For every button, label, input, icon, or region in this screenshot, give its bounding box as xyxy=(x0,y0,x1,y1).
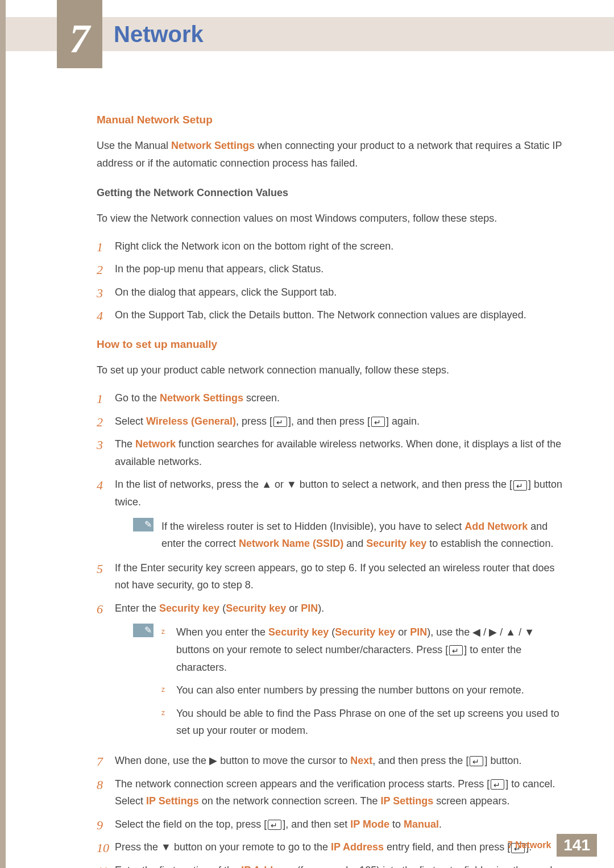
step-text: Right click the Network icon on the bott… xyxy=(115,240,393,252)
highlight: IP Mode xyxy=(350,819,389,830)
highlight: Security key xyxy=(335,626,395,638)
step-number: 1 xyxy=(97,388,103,409)
step-item: 8 The network connection screen appears … xyxy=(97,775,569,810)
text: button to select a network, and then pre… xyxy=(297,479,512,490)
arrow-icons: ◀ / ▶ / ▲ / ▼ xyxy=(472,626,534,638)
subheading-connection-values: Getting the Network Connection Values xyxy=(97,184,569,202)
step-number: 11 xyxy=(97,861,108,868)
note-text: When you enter the Security key (Securit… xyxy=(161,624,569,745)
step-number: 1 xyxy=(97,236,103,258)
chapter-number: 7 xyxy=(69,15,90,63)
step-item: 2 Select Wireless (General), press [], a… xyxy=(97,413,569,430)
highlight: Network Name (SSID) xyxy=(239,538,343,549)
step-number: 6 xyxy=(97,599,103,620)
text: buttons on your remote to select number/… xyxy=(176,644,448,655)
text: ], and then press [ xyxy=(288,416,370,427)
step-item: 6 Enter the Security key (Security key o… xyxy=(97,600,569,745)
text: ( xyxy=(329,626,335,638)
text: When you enter the xyxy=(176,626,268,638)
enter-icon xyxy=(513,480,527,491)
text: ( xyxy=(219,603,226,614)
text: The network connection screen appears an… xyxy=(115,778,489,790)
step-text: On the dialog that appears, click the Su… xyxy=(115,286,337,298)
highlight: IP Address xyxy=(241,865,294,868)
enter-icon xyxy=(273,417,287,427)
chapter-title: Network xyxy=(114,22,204,47)
step-item: 5 If the Enter security key screen appea… xyxy=(97,559,569,594)
page-footer: 7 Network 141 xyxy=(508,834,597,857)
text: ] again. xyxy=(386,416,420,427)
text: Select xyxy=(115,416,146,427)
text: In the list of networks, press the xyxy=(115,479,262,490)
text: When done, use the xyxy=(115,755,209,766)
step-number: 2 xyxy=(97,259,103,280)
text: function searches for available wireless… xyxy=(115,438,561,467)
step-number: 10 xyxy=(97,837,109,858)
enter-icon xyxy=(470,756,483,766)
text: screen appears. xyxy=(433,795,509,807)
text: ] button. xyxy=(484,755,521,766)
step-item: 11 Enter the first portion of the IP Add… xyxy=(97,862,569,868)
note-text: If the wireless router is set to Hidden … xyxy=(161,518,569,553)
text: , press [ xyxy=(236,416,272,427)
text: . xyxy=(439,819,442,830)
step-item: 9 Select the field on the top, press [],… xyxy=(97,816,569,833)
step-item: 4On the Support Tab, click the Details b… xyxy=(97,306,569,324)
step-number: 4 xyxy=(97,475,103,496)
bullet-item: When you enter the Security key (Securit… xyxy=(161,624,569,676)
left-accent-stripe xyxy=(0,0,6,868)
highlight: Add Network xyxy=(464,521,528,532)
highlight: Network xyxy=(135,438,176,450)
step-number: 7 xyxy=(97,751,103,772)
note-block: If the wireless router is set to Hidden … xyxy=(133,518,569,553)
step-text: If the Enter security key screen appears… xyxy=(115,562,554,591)
highlight: Security key xyxy=(366,538,426,549)
text: button on your remote to go to the xyxy=(171,841,331,853)
steps-list-manual: 1 Go to the Network Settings screen. 2 S… xyxy=(97,389,569,868)
note-bullets: When you enter the Security key (Securit… xyxy=(161,624,569,740)
text: button to move the cursor to xyxy=(217,755,350,766)
text: on the network connection screen. The xyxy=(199,795,381,807)
step-number: 9 xyxy=(97,815,103,836)
highlight: IP Settings xyxy=(381,795,434,807)
step-item: 1Right click the Network icon on the bot… xyxy=(97,238,569,255)
text: ], and then set xyxy=(283,819,350,830)
footer-page-number: 141 xyxy=(557,834,597,857)
enter-icon xyxy=(371,417,385,427)
note-icon xyxy=(133,518,154,531)
highlight: Security key xyxy=(226,603,286,614)
note-icon xyxy=(133,624,154,637)
steps-list-values: 1Right click the Network icon on the bot… xyxy=(97,238,569,324)
highlight: Security key xyxy=(159,603,219,614)
step-item: 2In the pop-up menu that appears, click … xyxy=(97,260,569,278)
footer-chapter-label: 7 Network xyxy=(508,840,551,850)
text: Go to the xyxy=(115,392,160,404)
text: Press the xyxy=(115,841,161,853)
text: If the wireless router is set to Hidden … xyxy=(161,521,464,532)
step-number: 5 xyxy=(97,558,103,579)
text: ). xyxy=(318,603,324,614)
section2-intro: To set up your product cable network con… xyxy=(97,362,569,379)
text: or xyxy=(286,603,301,614)
step-number: 2 xyxy=(97,412,103,433)
step-item: 3On the dialog that appears, click the S… xyxy=(97,284,569,301)
up-arrow-icon: ▲ xyxy=(262,479,272,490)
step-text: In the pop-up menu that appears, click S… xyxy=(115,263,323,275)
intro-paragraph: Use the Manual Network Settings when con… xyxy=(97,137,569,172)
text: Enter the first portion of the xyxy=(115,865,241,868)
text: or xyxy=(272,479,287,490)
bullet-item: You can also enter numbers by pressing t… xyxy=(161,682,569,699)
enter-icon xyxy=(268,820,281,830)
step-item: 10 Press the ▼ button on your remote to … xyxy=(97,838,569,856)
note-block: When you enter the Security key (Securit… xyxy=(133,624,569,745)
text: or xyxy=(395,626,410,638)
step-text: On the Support Tab, click the Details bu… xyxy=(115,309,526,321)
text: Select the field on the top, press [ xyxy=(115,819,267,830)
right-arrow-icon: ▶ xyxy=(209,755,217,766)
text: ), use the xyxy=(427,626,472,638)
text: Use the Manual xyxy=(97,140,171,151)
chapter-number-box: 7 xyxy=(57,0,102,68)
sub-intro: To view the Network connection values on… xyxy=(97,210,569,227)
text: The xyxy=(115,438,135,450)
text: entry field, and then press [ xyxy=(384,841,510,853)
